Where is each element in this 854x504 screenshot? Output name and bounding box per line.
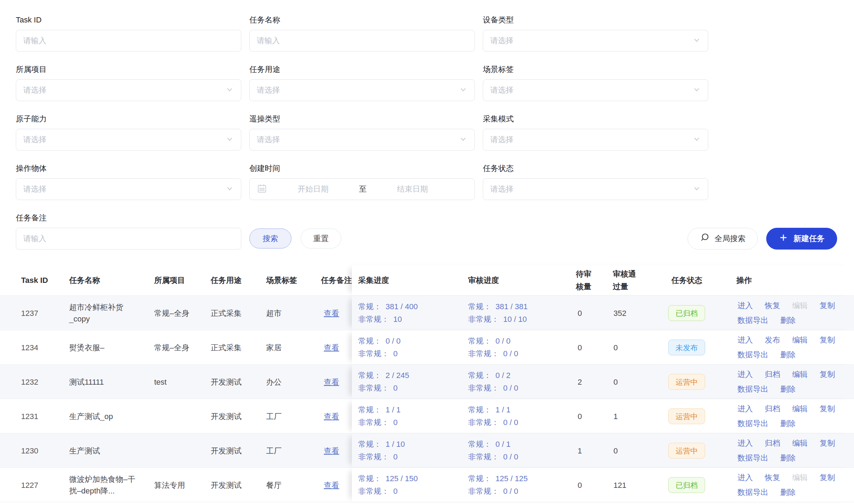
field-teleop-type: 遥操类型 请选择	[249, 114, 475, 151]
action-archive[interactable]: 归档	[765, 402, 780, 416]
cell-task-name: 生产测试_op	[69, 410, 141, 422]
regular-label: 常规：	[358, 404, 381, 416]
action-enter[interactable]: 进入	[737, 333, 753, 347]
action-delete[interactable]: 删除	[780, 417, 796, 430]
field-purpose: 任务用途 请选择	[249, 64, 475, 101]
action-edit[interactable]: 编辑	[792, 437, 808, 450]
cell-task-id: 1232	[21, 376, 38, 387]
action-copy[interactable]: 复制	[820, 333, 835, 347]
action-copy[interactable]: 复制	[820, 368, 835, 381]
cell-review-progress: 常规：0 / 0 非常规：0 / 0	[468, 335, 518, 360]
irregular-value: 0 / 0	[503, 485, 518, 498]
action-delete[interactable]: 删除	[780, 451, 796, 465]
action-enter[interactable]: 进入	[737, 471, 753, 484]
action-export[interactable]: 数据导出	[737, 417, 768, 430]
action-edit[interactable]: 编辑	[792, 368, 808, 381]
action-delete[interactable]: 删除	[780, 348, 796, 362]
teleop-type-label: 遥操类型	[249, 114, 475, 124]
table-row: 1230 生产测试 开发测试 工厂 查看 常规：1 / 10 非常规：0 常规：…	[0, 433, 854, 468]
note-view-link[interactable]: 查看	[324, 307, 339, 319]
collect-mode-select[interactable]: 请选择	[483, 129, 708, 151]
cell-pending-count: 2	[578, 376, 582, 387]
action-export[interactable]: 数据导出	[737, 451, 768, 465]
project-select[interactable]: 请选择	[16, 79, 241, 101]
search-button[interactable]: 搜索	[249, 228, 291, 248]
action-copy[interactable]: 复制	[820, 471, 835, 484]
note-view-link[interactable]: 查看	[324, 341, 339, 353]
cell-status: 已归档	[668, 477, 705, 493]
action-archive[interactable]: 归档	[765, 368, 780, 381]
action-enter[interactable]: 进入	[737, 299, 753, 312]
action-copy[interactable]: 复制	[820, 299, 835, 312]
action-copy[interactable]: 复制	[820, 437, 835, 450]
task-note-input[interactable]	[16, 234, 241, 243]
end-date-placeholder[interactable]: 结束日期	[367, 184, 458, 194]
global-search-button[interactable]: 全局搜索	[688, 228, 758, 250]
start-date-placeholder[interactable]: 开始日期	[267, 184, 359, 194]
action-delete[interactable]: 删除	[780, 314, 796, 327]
field-atomic-ability: 原子能力 请选择	[16, 114, 241, 151]
note-view-link[interactable]: 查看	[324, 445, 339, 456]
device-type-select[interactable]: 请选择	[483, 30, 708, 52]
regular-label: 常规：	[468, 300, 491, 313]
action-restore[interactable]: 恢复	[765, 299, 780, 312]
col-review: 审核进度	[468, 274, 499, 287]
note-view-link[interactable]: 查看	[324, 479, 339, 491]
cell-scene: 办公	[266, 376, 282, 387]
action-enter[interactable]: 进入	[737, 368, 753, 381]
action-edit[interactable]: 编辑	[792, 333, 808, 347]
regular-value: 1 / 10	[386, 438, 405, 451]
action-enter[interactable]: 进入	[737, 402, 753, 416]
cell-approved-count: 1	[613, 410, 618, 422]
action-export[interactable]: 数据导出	[737, 486, 768, 499]
note-view-link[interactable]: 查看	[324, 376, 339, 387]
cell-pending-count: 0	[578, 307, 582, 319]
search-icon	[700, 233, 710, 245]
action-delete[interactable]: 删除	[780, 486, 796, 499]
action-archive[interactable]: 归档	[765, 437, 780, 450]
teleop-type-select[interactable]: 请选择	[249, 129, 475, 151]
regular-value: 0 / 0	[386, 335, 401, 347]
note-view-link[interactable]: 查看	[324, 410, 339, 422]
action-export[interactable]: 数据导出	[737, 383, 768, 396]
cell-project: 常规–全身	[154, 341, 195, 353]
action-enter[interactable]: 进入	[737, 437, 753, 450]
status-badge: 未发布	[668, 339, 705, 355]
irregular-value: 10	[393, 313, 402, 326]
action-publish[interactable]: 发布	[765, 333, 780, 347]
action-delete[interactable]: 删除	[780, 383, 796, 396]
field-collect-mode: 采集模式 请选择	[483, 114, 708, 151]
action-edit[interactable]: 编辑	[792, 402, 808, 416]
cell-pending-count: 0	[578, 410, 582, 422]
create-time-range-picker[interactable]: 开始日期 至 结束日期	[249, 178, 475, 200]
scene-tag-select[interactable]: 请选择	[483, 79, 708, 101]
irregular-value: 0	[393, 382, 398, 394]
action-export[interactable]: 数据导出	[737, 348, 768, 362]
task-id-input[interactable]	[16, 36, 241, 45]
create-task-button[interactable]: 新建任务	[766, 228, 837, 250]
cell-task-name: 测试11111	[69, 376, 141, 387]
reset-button[interactable]: 重置	[301, 228, 341, 248]
action-copy[interactable]: 复制	[820, 402, 835, 416]
action-export[interactable]: 数据导出	[737, 314, 768, 327]
regular-label: 常规：	[358, 300, 381, 313]
col-status: 任务状态	[671, 274, 702, 287]
task-status-select[interactable]: 请选择	[483, 178, 708, 200]
atomic-ability-select[interactable]: 请选择	[16, 129, 241, 151]
task-name-input[interactable]	[250, 36, 474, 45]
global-search-label: 全局搜索	[715, 233, 745, 244]
irregular-label: 非常规：	[468, 347, 499, 360]
action-edit[interactable]: 编辑	[792, 299, 808, 312]
irregular-value: 0 / 0	[503, 347, 518, 360]
status-badge: 运营中	[668, 408, 705, 424]
regular-label: 常规：	[468, 438, 491, 451]
operate-object-select[interactable]: 请选择	[16, 178, 241, 200]
irregular-label: 非常规：	[468, 416, 499, 429]
cell-task-id: 1237	[21, 307, 38, 319]
field-operate-object: 操作物体 请选择	[16, 163, 241, 200]
create-task-label: 新建任务	[794, 233, 825, 244]
field-scene-tag: 场景标签 请选择	[483, 64, 708, 101]
action-edit[interactable]: 编辑	[792, 471, 808, 484]
purpose-select[interactable]: 请选择	[249, 79, 475, 101]
action-restore[interactable]: 恢复	[765, 471, 780, 484]
